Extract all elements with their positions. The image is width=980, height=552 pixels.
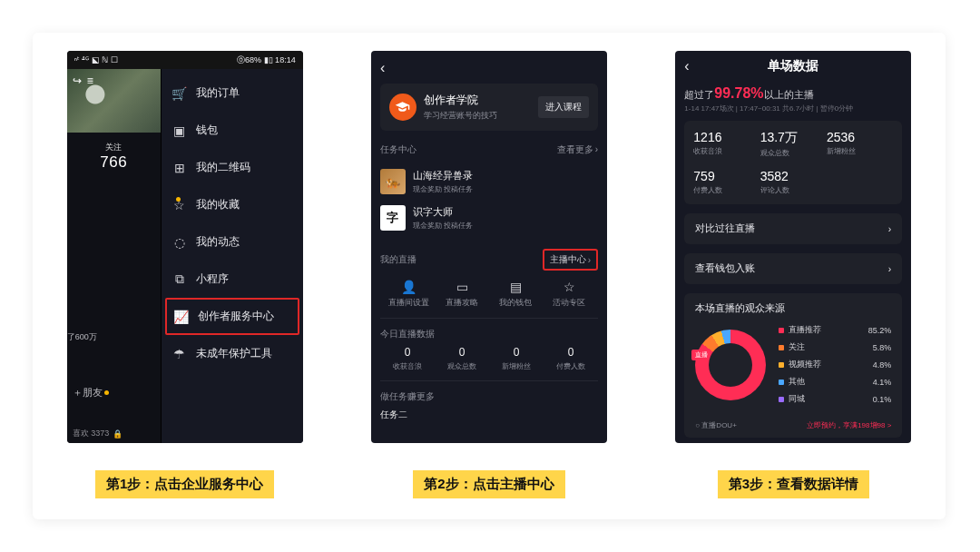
task-item-1[interactable]: 🐅 山海经异兽录 现金奖励 投稿任务: [380, 163, 598, 200]
page-title: 单场数据: [684, 58, 902, 74]
star-icon: ☆: [172, 198, 187, 212]
donut-legend: 直播推荐85.2% 关注5.8% 视频推荐4.8% 其他4.1% 同城0.1%: [779, 324, 891, 405]
task-title: 山海经异兽录: [413, 169, 473, 182]
chevron-right-icon: ›: [588, 255, 591, 265]
profile-left-panel: ↪ ≡ 关注 766 了600万 ＋朋友 喜欢 3373 🔒: [67, 69, 162, 443]
my-wallet[interactable]: ▤我的钱包: [489, 280, 543, 309]
menu-creator-center[interactable]: 📈 创作者服务中心: [165, 298, 299, 335]
swatch-icon: [779, 397, 784, 402]
activity-zone[interactable]: ☆活动专区: [543, 280, 596, 309]
live-center-link[interactable]: 主播中心›: [543, 249, 598, 271]
likes-row[interactable]: 喜欢 3373 🔒: [73, 428, 123, 439]
task-thumbnail: 字: [380, 205, 406, 231]
menu-orders[interactable]: 🛒 我的订单: [162, 74, 303, 112]
compare-past-link[interactable]: 对比过往直播 ›: [684, 213, 902, 244]
menu-label: 我的动态: [196, 234, 240, 250]
task-center-heading: 任务中心: [380, 143, 416, 156]
cart-icon: 🛒: [172, 86, 187, 101]
creator-academy-card[interactable]: 创作者学院 学习经营账号的技巧 进入课程: [380, 84, 598, 131]
follow-label: 关注: [67, 142, 161, 153]
phone-step3: ‹ 单场数据 超过了99.78%以上的主播 1-14 17:47场次 | 17:…: [675, 51, 911, 443]
today-data-row: 0收获音浪 0观众总数 0新增粉丝 0付费人数: [380, 346, 598, 381]
back-button[interactable]: ‹: [380, 56, 598, 84]
live-guide[interactable]: ▭直播攻略: [436, 280, 489, 309]
wallet-icon: ▣: [172, 123, 187, 138]
profile-cover-image: ↪ ≡: [67, 69, 161, 133]
task-thumbnail: 🐅: [380, 169, 406, 194]
menu-label: 我的二维码: [196, 160, 250, 175]
my-live-heading: 我的直播: [380, 253, 416, 266]
menu-wallet[interactable]: ▣ 钱包: [162, 112, 303, 149]
book-icon: ▭: [456, 280, 468, 294]
surpass-text: 超过了99.78%以上的主播: [684, 85, 902, 102]
step-1-label: 第1步：点击企业服务中心: [95, 470, 274, 498]
person-icon: 👤: [401, 280, 416, 294]
stat-paying: 759付费人数: [693, 169, 760, 195]
earn-more-heading: 做任务赚更多: [380, 390, 598, 403]
donut-chart: 直播: [695, 330, 766, 400]
legend-row: 直播推荐85.2%: [779, 324, 891, 336]
wallet-income-link[interactable]: 查看钱包入账 ›: [684, 253, 902, 284]
menu-label: 我的收藏: [196, 197, 240, 212]
swatch-icon: [779, 380, 784, 385]
dou-plus-row[interactable]: ○ 直播DOU+ 立即预约，享满198增98 >: [695, 420, 891, 430]
enter-course-button[interactable]: 进入课程: [538, 96, 589, 118]
qrcode-icon: ⊞: [172, 161, 187, 175]
menu-label: 未成年保护工具: [196, 346, 272, 361]
menu-label: 钱包: [196, 123, 218, 138]
task-subtitle: 现金奖励 投稿任务: [413, 184, 473, 194]
stat-comments: 3582评论人数: [760, 169, 827, 195]
menu-favorites[interactable]: ☆ 我的收藏: [162, 186, 303, 223]
legend-row: 其他4.1%: [779, 376, 891, 388]
graduation-cap-icon: [389, 94, 416, 121]
academy-title: 创作者学院: [424, 93, 531, 108]
swatch-icon: [779, 328, 784, 333]
status-bar: ⁿᵗ ⁴ᴳ ⬕ ℕ ☐ ⓞ68% ▮▯ 18:14: [67, 51, 303, 69]
today-paying: 0付费人数: [544, 346, 598, 371]
stat-audience: 13.7万观众总数: [760, 130, 827, 158]
task-title: 识字大师: [413, 205, 473, 219]
audience-source-title: 本场直播的观众来源: [695, 302, 891, 315]
notification-dot-icon: [104, 390, 109, 395]
share-icon[interactable]: ↪: [73, 74, 82, 87]
chevron-right-icon: ›: [595, 144, 598, 154]
menu-label: 创作者服务中心: [198, 309, 274, 324]
menu-moments[interactable]: ◌ 我的动态: [162, 223, 303, 261]
umbrella-icon: ☂: [172, 347, 187, 361]
see-more-link[interactable]: 查看更多›: [557, 143, 598, 156]
phone-step1: ⁿᵗ ⁴ᴳ ⬕ ℕ ☐ ⓞ68% ▮▯ 18:14 ↪ ≡ 关注 766 了60…: [67, 51, 303, 443]
dou-plus-label: ○ 直播DOU+: [695, 420, 737, 430]
task-item-2[interactable]: 字 识字大师 现金奖励 投稿任务: [380, 200, 598, 236]
menu-qrcode[interactable]: ⊞ 我的二维码: [162, 149, 303, 186]
step-2-label: 第2步：点击主播中心: [413, 470, 564, 498]
phone-step2: ‹ 创作者学院 学习经营账号的技巧 进入课程 任务中心 查看更多› 🐅: [371, 51, 607, 443]
wallet-icon: ▤: [510, 280, 522, 294]
dou-plus-cta: 立即预约，享满198增98 >: [807, 420, 891, 430]
today-new-fans: 0新增粉丝: [489, 346, 544, 371]
menu-label: 小程序: [196, 271, 229, 287]
stat-sound-wave: 1216收获音浪: [693, 130, 760, 158]
legend-row: 视频推荐4.8%: [779, 359, 891, 370]
follow-count: 766: [67, 153, 161, 172]
live-room-settings[interactable]: 👤直播间设置: [382, 280, 436, 309]
chart-icon: 📈: [174, 310, 189, 324]
globe-icon: ◌: [172, 235, 187, 250]
swatch-icon: [779, 345, 784, 350]
menu-icon[interactable]: ≡: [87, 74, 93, 87]
status-right: ⓞ68% ▮▯ 18:14: [237, 54, 296, 66]
audience-source-block: 本场直播的观众来源 直播 直播推荐85.2% 关注5.8% 视频推荐4.8% 其…: [684, 293, 902, 438]
link-icon: ⧉: [172, 271, 187, 287]
menu-label: 我的订单: [196, 85, 240, 101]
academy-subtitle: 学习经营账号的技巧: [424, 110, 531, 122]
menu-minor-protect[interactable]: ☂ 未成年保护工具: [162, 335, 303, 372]
stat-new-fans: 2536新增粉丝: [827, 130, 893, 158]
chevron-right-icon: ›: [888, 263, 892, 274]
drawer-menu: 🛒 我的订单 ▣ 钱包 ⊞ 我的二维码 ☆ 我的收藏: [162, 69, 303, 443]
donut-slice-label: 直播: [691, 350, 711, 360]
chevron-right-icon: ›: [888, 223, 892, 234]
swatch-icon: [779, 362, 784, 368]
menu-miniapp[interactable]: ⧉ 小程序: [162, 261, 303, 298]
add-friend[interactable]: ＋朋友: [73, 386, 109, 399]
task-two-label: 任务二: [380, 409, 598, 421]
follow-block[interactable]: 关注 766: [67, 133, 161, 175]
